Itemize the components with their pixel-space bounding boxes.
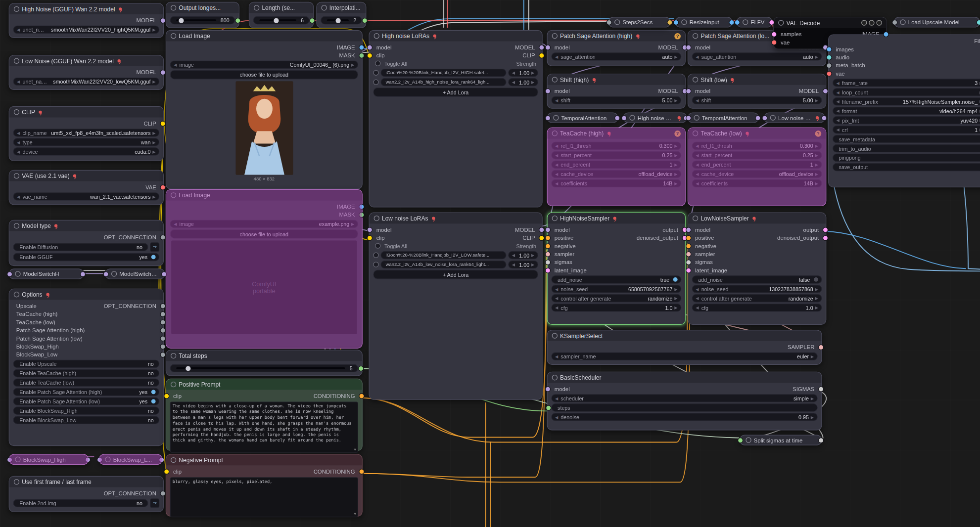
arrow-right-icon[interactable]: ▶ (815, 172, 818, 176)
toggle-dot[interactable] (673, 277, 678, 282)
output-dot[interactable] (818, 437, 824, 442)
collapse-toggle[interactable] (552, 375, 558, 380)
collapse-toggle[interactable] (374, 216, 379, 221)
output-dot[interactable] (160, 351, 165, 357)
combo-widget[interactable]: ◀devicecuda:0▶ (13, 147, 160, 155)
node-interpolation[interactable]: Interpolati...2 (316, 2, 366, 28)
arrow-left-icon[interactable]: ◀ (555, 172, 558, 176)
combo-widget[interactable]: ◀coefficients14B▶ (692, 179, 822, 187)
choose-file-button[interactable]: choose file to upload (170, 229, 358, 239)
input-dot[interactable] (686, 267, 691, 273)
collapse-toggle[interactable] (105, 457, 110, 462)
arrow-right-icon[interactable]: ▶ (152, 27, 155, 32)
slider-knob[interactable] (335, 18, 340, 23)
node-low-noise-model[interactable]: Low Noise (GGUF) Wan 2.2 modelMODEL◀unet… (9, 55, 164, 90)
node-header[interactable]: Low Noise (GGUF) Wan 2.2 model (9, 55, 163, 66)
collapse-toggle[interactable] (693, 77, 698, 82)
node-model-switch-l[interactable]: ModelSwitchL... (105, 268, 165, 279)
combo-widget[interactable]: ◀sampler_nameeuler▶ (551, 352, 817, 360)
arrow-right-icon[interactable]: ▶ (152, 149, 155, 154)
combo-widget[interactable]: ◀typewan▶ (13, 138, 160, 146)
arrow-left-icon[interactable]: ◀ (555, 354, 558, 359)
combo-widget[interactable]: ◀unet_na ...smoothMixWan22I2VV20_highQ5K… (13, 26, 160, 34)
arrow-left-icon[interactable]: ◀ (17, 27, 20, 32)
collapse-toggle[interactable] (552, 33, 558, 39)
arrow-right-icon[interactable]: ▶ (811, 414, 814, 419)
output-dot[interactable] (818, 386, 824, 392)
input-dot[interactable] (686, 259, 691, 264)
input-dot[interactable] (686, 243, 691, 249)
output-dot[interactable] (80, 271, 86, 276)
slider-knob[interactable] (274, 18, 279, 23)
node-header[interactable]: Output longes... (166, 2, 239, 13)
input-dot[interactable] (545, 386, 551, 392)
output-dot[interactable] (883, 31, 888, 37)
collapse-toggle[interactable] (693, 33, 698, 39)
combo-widget[interactable]: Enable BlockSwap_Highno (13, 407, 160, 415)
collapse-toggle[interactable] (681, 19, 687, 25)
node-low-noise-loras[interactable]: Low noise LoRAsmodelMODELclipCLIPToggle … (369, 213, 542, 400)
output-dot[interactable] (160, 344, 165, 349)
converted-input[interactable]: steps (551, 403, 817, 411)
arrow-left-icon[interactable]: ◀ (696, 181, 699, 186)
input-dot[interactable] (164, 393, 169, 398)
add-lora-button[interactable]: + Add Lora (373, 88, 538, 97)
combo-widget[interactable]: ◀formatvideo/h264-mp4▶ (833, 107, 980, 115)
input-dot[interactable] (546, 405, 551, 410)
collapse-toggle[interactable] (15, 457, 20, 462)
arrow-right-icon[interactable]: ▶ (815, 296, 818, 301)
output-dot[interactable] (85, 457, 91, 462)
combo-widget[interactable]: ◀schedulersimple▶ (551, 394, 817, 402)
combo-widget[interactable]: ◀loop_count▶ (833, 88, 980, 96)
arrow-right-icon[interactable]: ▶ (531, 253, 534, 258)
input-dot[interactable] (367, 227, 373, 232)
combo-widget[interactable]: save_metadata (833, 135, 980, 143)
node-header[interactable]: Total steps (166, 351, 362, 361)
node-load-upscale-model[interactable]: Load Upscale Model (894, 17, 980, 27)
choose-file-button[interactable]: choose file to upload (170, 70, 358, 80)
output-dot[interactable] (359, 469, 364, 474)
scroll-down-icon[interactable]: ▼ (353, 512, 357, 516)
collapse-toggle[interactable] (14, 6, 19, 12)
arrow-right-icon[interactable]: ▶ (152, 194, 155, 199)
collapse-toggle[interactable] (14, 479, 19, 484)
node-blockswap-high-bypassed[interactable]: BlockSwap_High (9, 454, 89, 465)
node-high-noise-model[interactable]: High Noise (GGUF) Wan 2.2 modelMODEL◀une… (9, 3, 164, 38)
input-dot[interactable] (367, 235, 373, 240)
node-header[interactable]: Shift (low) (688, 74, 826, 85)
output-dot[interactable] (160, 335, 165, 341)
slider-widget[interactable]: 5 (170, 364, 358, 372)
node-high-noise-sampler[interactable]: HighNoiseSamplermodeloutputpositivedenoi… (547, 213, 686, 325)
lora-strength[interactable]: ◀1.00▶ (508, 251, 538, 259)
node-graph-canvas[interactable]: High Noise (GGUF) Wan 2.2 modelMODEL◀une… (0, 0, 980, 527)
output-dot[interactable] (769, 19, 774, 25)
input-dot[interactable] (545, 115, 551, 120)
combo-widget[interactable]: ◀unet_namesmoothMixWan22I2VV20_lowQ5KM.g… (13, 78, 160, 86)
arrow-left-icon[interactable]: ◀ (837, 108, 840, 113)
lora-strength[interactable]: ◀1.00▶ (508, 78, 538, 86)
output-dot[interactable] (160, 121, 165, 126)
arrow-left-icon[interactable]: ◀ (696, 296, 699, 301)
output-dot[interactable] (160, 327, 165, 333)
node-header[interactable]: KSamplerSelect (548, 330, 821, 341)
node-basic-scheduler[interactable]: BasicSchedulermodelSIGMAS◀schedulersimpl… (547, 372, 822, 431)
collapse-toggle[interactable] (614, 19, 620, 25)
toggle-widget[interactable]: Enable GGUFyes (13, 253, 160, 261)
arrow-left-icon[interactable]: ◀ (837, 127, 840, 132)
combo-widget[interactable]: ◀cfg1.0▶ (551, 304, 681, 311)
node-ksampler-select[interactable]: KSamplerSelectSAMPLER◀sampler_nameeuler▶ (547, 330, 822, 365)
node-low-noise-sampler[interactable]: LowNoiseSamplermodeloutputpositivedenois… (688, 213, 826, 325)
node-header[interactable]: Use first frame / last frame (9, 477, 163, 487)
arrow-right-icon[interactable]: ▶ (674, 98, 677, 103)
node-header[interactable]: Load Image (166, 190, 362, 200)
collapse-toggle[interactable] (14, 292, 19, 297)
input-dot[interactable] (735, 19, 740, 25)
help-badge[interactable]: ? (815, 130, 822, 136)
arrow-left-icon[interactable]: ◀ (696, 153, 699, 158)
arrow-right-icon[interactable]: ▶ (811, 395, 814, 400)
node-high-noise-loras[interactable]: High noise LoRAsmodelMODELclipCLIPToggle… (369, 30, 542, 208)
arrow-left-icon[interactable]: ◀ (512, 80, 515, 85)
arrow-right-icon[interactable]: ▶ (674, 296, 677, 301)
arrow-left-icon[interactable]: ◀ (555, 305, 558, 310)
output-dot[interactable] (823, 235, 828, 240)
